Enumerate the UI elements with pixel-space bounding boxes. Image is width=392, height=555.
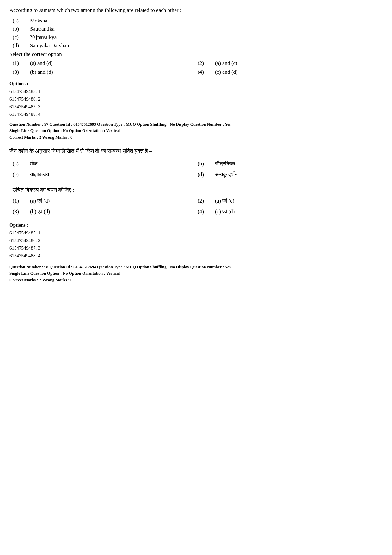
hindi-option-text-d: सम्यकू दर्शन bbox=[215, 171, 238, 178]
option-row-c: (c) Yajnavalkya bbox=[13, 34, 383, 41]
option-label-c: (c) bbox=[13, 34, 30, 41]
hindi-option-a: (a) मोक्ष bbox=[13, 161, 198, 167]
question-97-english: According to Jainism which two among the… bbox=[9, 6, 383, 141]
answer-1-en: (1) (a) and (d) bbox=[13, 60, 198, 66]
answer-val-3-en: (b) and (d) bbox=[30, 69, 53, 75]
answer-grid-en: (1) (a) and (d) (2) (a) and (c) (3) (b) … bbox=[13, 60, 383, 78]
option-code-4-en: 61547549488. 4 bbox=[9, 110, 383, 118]
meta-line-3: Correct Marks : 2 Wrong Marks : 0 bbox=[9, 134, 383, 141]
hindi-answer-val-2: (a) एवं (c) bbox=[215, 198, 234, 204]
hindi-answer-num-3: (3) bbox=[13, 209, 30, 215]
question-97-english-text: According to Jainism which two among the… bbox=[9, 6, 383, 15]
question-97-english-options: (a) Moksha (b) Sautrantika (c) Yajnavalk… bbox=[13, 18, 383, 49]
hindi-option-b: (b) सौत्रन्तिक bbox=[198, 161, 383, 167]
hindi-answers-grid: (1) (a) एवं (d) (2) (a) एवं (c) (3) (b) … bbox=[13, 198, 383, 219]
hindi-option-label-a: (a) bbox=[13, 161, 30, 167]
answer-4-en: (4) (c) and (d) bbox=[198, 69, 383, 75]
option-code-3-en: 61547549487. 3 bbox=[9, 103, 383, 110]
answer-num-3-en: (3) bbox=[13, 69, 30, 75]
hindi-answer-val-1: (a) एवं (d) bbox=[30, 198, 50, 204]
option-code-2-en: 61547549486. 2 bbox=[9, 95, 383, 103]
question-97-hindi: जैन दर्शन के अनुसार निम्नलिखित में से कि… bbox=[9, 147, 383, 284]
meta-info-98: Question Number : 98 Question Id : 61547… bbox=[9, 264, 383, 284]
hindi-options-grid: (a) मोक्ष (b) सौत्रन्तिक (c) याज्ञावल्क्… bbox=[13, 161, 383, 182]
options-label-en: Options : bbox=[9, 81, 383, 86]
hindi-option-label-b: (b) bbox=[198, 161, 215, 167]
option-text-d: Samyaka Darshan bbox=[30, 42, 69, 49]
answer-val-1-en: (a) and (d) bbox=[30, 60, 53, 66]
hindi-answer-val-4: (c) एवं (d) bbox=[215, 209, 235, 215]
option-row-a: (a) Moksha bbox=[13, 18, 383, 24]
option-text-a: Moksha bbox=[30, 18, 47, 24]
hindi-answer-num-2: (2) bbox=[198, 198, 215, 204]
hindi-option-d: (d) सम्यकू दर्शन bbox=[198, 171, 383, 178]
option-label-b: (b) bbox=[13, 26, 30, 32]
hindi-answer-num-4: (4) bbox=[198, 209, 215, 215]
hindi-answer-2: (2) (a) एवं (c) bbox=[198, 198, 383, 204]
option-code-3-hi: 61547549487. 3 bbox=[9, 244, 383, 252]
answer-num-4-en: (4) bbox=[198, 69, 215, 75]
answer-3-en: (3) (b) and (d) bbox=[13, 69, 198, 75]
options-section-hi: Options : 61547549485. 1 61547549486. 2 … bbox=[9, 222, 383, 259]
hindi-option-text-b: सौत्रन्तिक bbox=[215, 161, 235, 167]
option-code-2-hi: 61547549486. 2 bbox=[9, 237, 383, 244]
hindi-answer-4: (4) (c) एवं (d) bbox=[198, 209, 383, 215]
meta-line-1: Question Number : 97 Question Id : 61547… bbox=[9, 121, 383, 128]
answer-num-2-en: (2) bbox=[198, 60, 215, 66]
option-label-d: (d) bbox=[13, 42, 30, 49]
select-correct-label-en: Select the correct option : bbox=[9, 51, 383, 58]
meta-info-97: Question Number : 97 Question Id : 61547… bbox=[9, 121, 383, 141]
meta98-line-1: Question Number : 98 Question Id : 61547… bbox=[9, 264, 383, 271]
options-label-hi: Options : bbox=[9, 222, 383, 228]
option-code-4-hi: 61547549488. 4 bbox=[9, 252, 383, 259]
hindi-option-text-c: याज्ञावल्क्य bbox=[30, 171, 49, 178]
answer-2-en: (2) (a) and (c) bbox=[198, 60, 383, 66]
answer-num-1-en: (1) bbox=[13, 60, 30, 66]
hindi-answer-num-1: (1) bbox=[13, 198, 30, 204]
hindi-option-c: (c) याज्ञावल्क्य bbox=[13, 171, 198, 178]
option-label-a: (a) bbox=[13, 18, 30, 24]
option-text-c: Yajnavalkya bbox=[30, 34, 57, 41]
meta98-line-2: Single Line Question Option : No Option … bbox=[9, 270, 383, 277]
hindi-answer-val-3: (b) एवं (d) bbox=[30, 209, 50, 215]
meta98-line-3: Correct Marks : 2 Wrong Marks : 0 bbox=[9, 277, 383, 284]
hindi-answer-3: (3) (b) एवं (d) bbox=[13, 209, 198, 215]
hindi-answer-1: (1) (a) एवं (d) bbox=[13, 198, 198, 204]
hindi-option-text-a: मोक्ष bbox=[30, 161, 37, 167]
hindi-option-label-d: (d) bbox=[198, 171, 215, 178]
question-97-hindi-text: जैन दर्शन के अनुसार निम्नलिखित में से कि… bbox=[9, 147, 383, 156]
meta-line-2: Single Line Question Option : No Option … bbox=[9, 128, 383, 134]
hindi-select-label: उचित विकल्प का चयन कीजिए : bbox=[13, 187, 383, 193]
answer-val-4-en: (c) and (d) bbox=[215, 69, 238, 75]
answer-val-2-en: (a) and (c) bbox=[215, 60, 237, 66]
hindi-option-label-c: (c) bbox=[13, 171, 30, 178]
options-section-en: Options : 61547549485. 1 61547549486. 2 … bbox=[9, 81, 383, 118]
option-code-1-hi: 61547549485. 1 bbox=[9, 229, 383, 237]
option-code-1-en: 61547549485. 1 bbox=[9, 88, 383, 95]
option-text-b: Sautrantika bbox=[30, 26, 54, 32]
option-row-b: (b) Sautrantika bbox=[13, 26, 383, 32]
option-row-d: (d) Samyaka Darshan bbox=[13, 42, 383, 49]
